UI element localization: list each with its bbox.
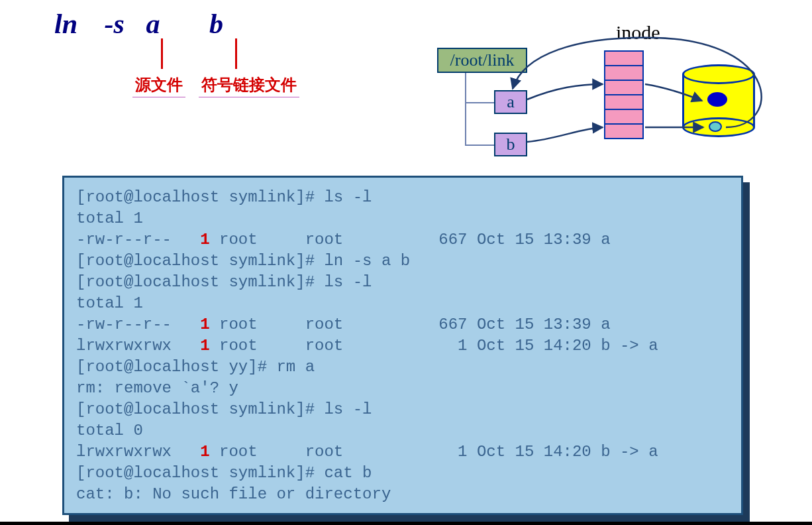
bottom-rule [0, 522, 812, 525]
inode-diagram: inode /root/link a b [424, 21, 788, 174]
arrow-svg [424, 21, 795, 180]
terminal-line: [root@localhost yy]# rm a [76, 357, 729, 378]
terminal-line: total 1 [76, 293, 729, 314]
cmd-arg-a: a [146, 9, 160, 39]
cmd-arg-b: b [209, 9, 223, 39]
terminal-line: [root@localhost symlink]# ls -l [76, 399, 729, 420]
page: ln -s a b 源文件 符号链接文件 inode /root/link a … [0, 0, 812, 525]
terminal-line: -rw-r--r-- 1 root root 667 Oct 15 13:39 … [76, 314, 729, 335]
cmd-ln: ln [54, 9, 77, 39]
tick-b [235, 38, 237, 69]
terminal-line: lrwxrwxrwx 1 root root 1 Oct 15 14:20 b … [76, 441, 729, 463]
label-symlink-file: 符号链接文件 [199, 74, 299, 97]
command-syntax: ln -s a b [54, 8, 223, 40]
terminal-line: -rw-r--r-- 1 root root 667 Oct 15 13:39 … [76, 229, 729, 251]
terminal-line: cat: b: No such file or directory [76, 484, 729, 505]
label-source-file: 源文件 [132, 74, 185, 97]
terminal-line: [root@localhost symlink]# ln -s a b [76, 251, 729, 272]
terminal-line: total 1 [76, 208, 729, 229]
cmd-opt: -s [105, 9, 125, 39]
tick-a [161, 38, 163, 69]
terminal-line: total 0 [76, 420, 729, 441]
terminal-line: [root@localhost symlink]# ls -l [76, 272, 729, 293]
terminal-line: rm: remove `a'? y [76, 378, 729, 399]
terminal-line: [root@localhost symlink]# ls -l [76, 187, 729, 208]
terminal: [root@localhost symlink]# ls -ltotal 1-r… [62, 176, 743, 515]
terminal-line: lrwxrwxrwx 1 root root 1 Oct 15 14:20 b … [76, 335, 729, 357]
terminal-line: [root@localhost symlink]# cat b [76, 463, 729, 484]
